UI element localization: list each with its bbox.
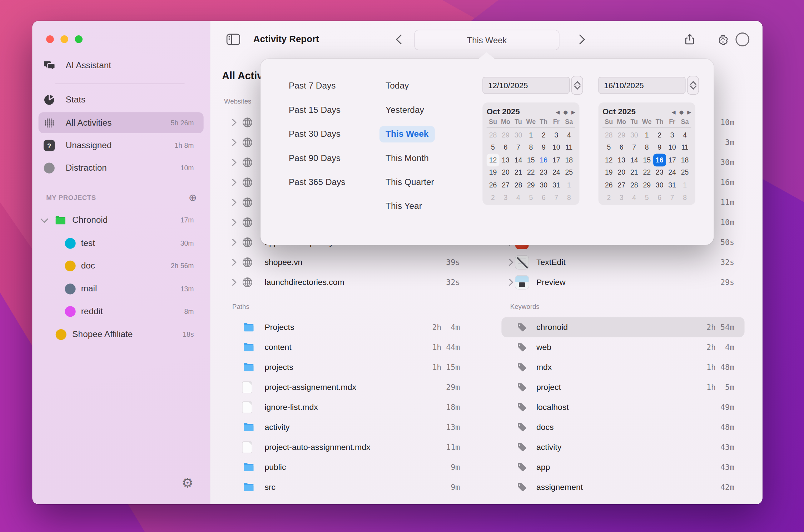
app-row[interactable]: Preview29s <box>504 272 734 292</box>
calendar-day-cell[interactable]: 5 <box>602 141 615 154</box>
calendar-day-cell[interactable]: 4 <box>512 191 525 204</box>
keyword-row[interactable]: assignement42m <box>501 477 744 497</box>
keyword-row[interactable]: mdx1h 48m <box>501 357 744 377</box>
calendar-today-icon[interactable]: ● <box>679 109 684 115</box>
calendar-day-cell[interactable]: 24 <box>666 166 678 179</box>
calendar-day-cell[interactable]: 1 <box>640 129 653 141</box>
calendar-day-cell[interactable]: 3 <box>666 129 678 141</box>
calendar-day-cell[interactable]: 26 <box>602 179 615 191</box>
calendar-day-cell[interactable]: 7 <box>666 191 678 204</box>
calendar-day-cell[interactable]: 31 <box>666 179 678 191</box>
preset-past-15-days[interactable]: Past 15 Days <box>283 98 352 122</box>
keyword-row[interactable]: localhost49m <box>501 397 744 417</box>
sidebar-item-distraction[interactable]: Distraction 10m <box>32 159 210 177</box>
calendar-day-cell[interactable]: 9 <box>653 141 666 154</box>
disclosure-chevron-icon[interactable] <box>229 259 236 266</box>
zoom-window-button[interactable] <box>75 35 83 43</box>
path-row[interactable]: Projects2h 4m <box>227 317 460 337</box>
start-date-field[interactable]: 12/10/2025 <box>482 77 570 94</box>
disclosure-chevron-icon[interactable] <box>506 259 513 266</box>
sidebar-item-ai-assistant[interactable]: AI Assistant <box>32 57 210 74</box>
calendar-day-cell[interactable]: 25 <box>563 166 575 179</box>
share-icon[interactable] <box>683 32 696 46</box>
path-row[interactable]: ignore-list.mdx18m <box>227 397 460 417</box>
calendar-day-cell[interactable]: 17 <box>550 154 562 166</box>
website-row[interactable]: launchdirectories.com32s <box>227 272 460 292</box>
preset-yesterday[interactable]: Yesterday <box>379 98 440 122</box>
sidebar-project-shopee-affiliate[interactable]: Shopee Affiliate 18s <box>32 326 210 343</box>
calendar-day-cell[interactable]: 6 <box>537 191 550 204</box>
chevron-down-icon[interactable] <box>40 215 48 223</box>
sidebar-project-doc[interactable]: doc 2h 56m <box>32 257 210 275</box>
calendar-day-cell[interactable]: 8 <box>563 191 575 204</box>
calendar-day-cell[interactable]: 30 <box>653 179 666 191</box>
sidebar-project-mail[interactable]: mail 13m <box>32 280 210 298</box>
calendar-day-cell[interactable]: 19 <box>487 166 499 179</box>
calendar-day-cell[interactable]: 29 <box>525 179 537 191</box>
path-row[interactable]: project-assignement.mdx29m <box>227 377 460 397</box>
calendar-next-month-icon[interactable]: ▶ <box>571 109 575 115</box>
disclosure-chevron-icon[interactable] <box>229 239 236 246</box>
calendar-today-icon[interactable]: ● <box>563 109 568 115</box>
calendar-day-cell[interactable]: 19 <box>602 166 615 179</box>
calendar-day-cell[interactable]: 2 <box>487 191 499 204</box>
calendar-day-cell[interactable]: 3 <box>499 191 512 204</box>
calendar-day-cell[interactable]: 2 <box>602 191 615 204</box>
calendar-day-cell[interactable]: 2 <box>537 129 550 141</box>
calendar-day-cell[interactable]: 18 <box>563 154 575 166</box>
calendar-day-cell[interactable]: 12 <box>487 154 499 166</box>
keyword-row[interactable]: activity43m <box>501 437 744 457</box>
preset-past-7-days[interactable]: Past 7 Days <box>283 74 352 98</box>
settings-gear-icon[interactable]: ⚙ <box>182 475 193 490</box>
calendar-day-cell[interactable]: 21 <box>628 166 640 179</box>
sidebar-project-chronoid[interactable]: Chronoid 17m <box>32 212 210 229</box>
calendar-day-cell[interactable]: 8 <box>525 141 537 154</box>
previous-period-button[interactable] <box>396 34 406 44</box>
calendar-day-cell[interactable]: 8 <box>640 141 653 154</box>
calendar-day-cell[interactable]: 22 <box>525 166 537 179</box>
calendar-day-cell[interactable]: 30 <box>537 179 550 191</box>
calendar-day-cell[interactable]: 31 <box>550 179 562 191</box>
calendar-day-cell[interactable]: 14 <box>628 154 640 166</box>
calendar-day-cell[interactable]: 12 <box>602 154 615 166</box>
calendar-day-cell[interactable]: 20 <box>499 166 512 179</box>
calendar-day-cell[interactable]: 17 <box>666 154 678 166</box>
disclosure-chevron-icon[interactable] <box>229 199 236 206</box>
preset-today[interactable]: Today <box>379 74 440 98</box>
calendar-day-cell[interactable]: 27 <box>615 179 628 191</box>
preset-this-quarter[interactable]: This Quarter <box>379 170 440 194</box>
calendar-day-cell[interactable]: 30 <box>512 129 525 141</box>
calendar-day-cell[interactable]: 3 <box>550 129 562 141</box>
calendar-day-cell[interactable]: 27 <box>499 179 512 191</box>
next-period-button[interactable] <box>575 34 585 44</box>
path-row[interactable]: content1h 44m <box>227 337 460 357</box>
preset-this-week[interactable]: This Week <box>379 122 440 146</box>
calendar-day-cell[interactable]: 14 <box>512 154 525 166</box>
preset-past-30-days[interactable]: Past 30 Days <box>283 122 352 146</box>
calendar-day-cell[interactable]: 5 <box>487 141 499 154</box>
calendar-day-cell[interactable]: 21 <box>512 166 525 179</box>
calendar-day-cell[interactable]: 13 <box>499 154 512 166</box>
calendar-day-cell[interactable]: 28 <box>512 179 525 191</box>
disclosure-chevron-icon[interactable] <box>229 119 236 126</box>
disclosure-chevron-icon[interactable] <box>229 179 236 186</box>
calendar-day-cell[interactable]: 16 <box>653 154 666 166</box>
calendar-day-cell[interactable]: 4 <box>679 129 691 141</box>
app-row[interactable]: TextEdit32s <box>504 252 734 272</box>
sidebar-item-unassigned[interactable]: ? Unassigned 1h 8m <box>32 137 210 154</box>
calendar-day-cell[interactable]: 10 <box>666 141 678 154</box>
calendar-day-cell[interactable]: 29 <box>499 129 512 141</box>
calendar-day-cell[interactable]: 9 <box>537 141 550 154</box>
toggle-sidebar-icon[interactable] <box>226 33 240 45</box>
calendar-day-cell[interactable]: 5 <box>525 191 537 204</box>
calendar-day-cell[interactable]: 28 <box>602 129 615 141</box>
calendar-day-cell[interactable]: 4 <box>628 191 640 204</box>
calendar-day-cell[interactable]: 24 <box>550 166 562 179</box>
path-row[interactable]: public9m <box>227 457 460 477</box>
path-row[interactable]: src9m <box>227 477 460 497</box>
calendar-day-cell[interactable]: 3 <box>615 191 628 204</box>
keyword-row[interactable]: web2h 4m <box>501 337 744 357</box>
calendar-day-cell[interactable]: 10 <box>550 141 562 154</box>
calendar-prev-month-icon[interactable]: ◀ <box>672 109 676 115</box>
path-row[interactable]: projects1h 15m <box>227 357 460 377</box>
